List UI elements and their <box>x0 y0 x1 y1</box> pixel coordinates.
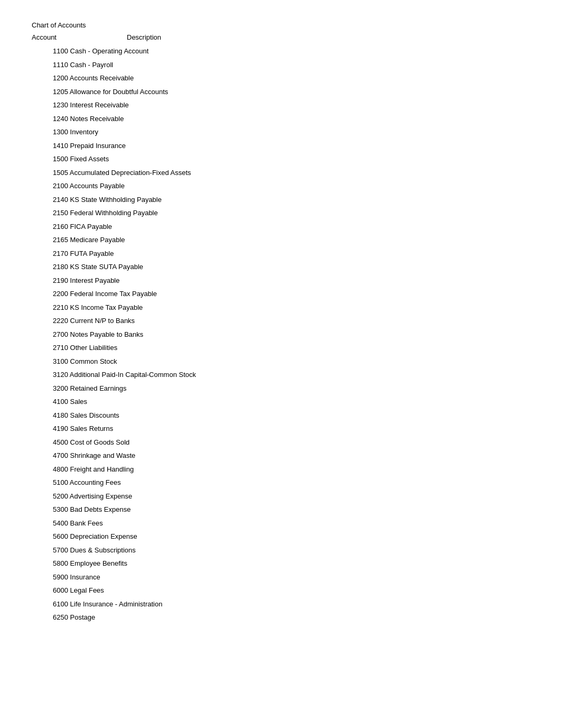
list-item: 6000 Legal Fees <box>32 584 529 597</box>
list-item: 5100 Accounting Fees <box>32 476 529 490</box>
list-item: 1240 Notes Receivable <box>32 112 529 126</box>
list-item: 2220 Current N/P to Banks <box>32 314 529 328</box>
list-item: 4500 Cost of Goods Sold <box>32 436 529 449</box>
list-item: 3120 Additional Paid-In Capital-Common S… <box>32 368 529 382</box>
list-item: 6250 Postage <box>32 611 529 624</box>
list-item: 1100 Cash - Operating Account <box>32 44 529 58</box>
list-item: 4190 Sales Returns <box>32 422 529 436</box>
list-item: 5200 Advertising Expense <box>32 490 529 503</box>
list-item: 2710 Other Liabilities <box>32 341 529 355</box>
list-item: 2190 Interest Payable <box>32 274 529 288</box>
list-item: 5700 Dues & Subscriptions <box>32 543 529 557</box>
list-item: 4100 Sales <box>32 395 529 409</box>
list-item: 5600 Depreciation Expense <box>32 530 529 543</box>
list-item: 1200 Accounts Receivable <box>32 71 529 85</box>
list-item: 2180 KS State SUTA Payable <box>32 260 529 274</box>
list-item: 2170 FUTA Payable <box>32 247 529 261</box>
list-item: 1230 Interest Receivable <box>32 98 529 112</box>
list-item: 4700 Shrinkage and Waste <box>32 449 529 463</box>
list-item: 1300 Inventory <box>32 125 529 139</box>
list-item: 6100 Life Insurance - Administration <box>32 597 529 611</box>
list-item: 2165 Medicare Payable <box>32 233 529 247</box>
list-item: 3100 Common Stock <box>32 355 529 368</box>
list-item: 4180 Sales Discounts <box>32 409 529 422</box>
list-item: 1110 Cash - Payroll <box>32 58 529 72</box>
list-item: 1410 Prepaid Insurance <box>32 139 529 153</box>
list-item: 3200 Retained Earnings <box>32 382 529 395</box>
header-description: Description <box>127 33 529 41</box>
list-item: 2200 Federal Income Tax Payable <box>32 287 529 301</box>
list-item: 2150 Federal Withholding Payable <box>32 206 529 220</box>
header-account: Account <box>32 33 127 41</box>
list-item: 5800 Employee Benefits <box>32 557 529 570</box>
list-item: 2160 FICA Payable <box>32 220 529 234</box>
account-list: 1100 Cash - Operating Account1110 Cash -… <box>32 44 529 624</box>
list-item: 5900 Insurance <box>32 570 529 584</box>
list-item: 5300 Bad Debts Expense <box>32 503 529 517</box>
list-item: 2100 Accounts Payable <box>32 179 529 193</box>
list-item: 2700 Notes Payable to Banks <box>32 328 529 342</box>
page-title: Chart of Accounts <box>32 21 529 29</box>
list-item: 4800 Freight and Handling <box>32 463 529 476</box>
list-item: 1205 Allowance for Doubtful Accounts <box>32 85 529 99</box>
list-item: 2140 KS State Withholding Payable <box>32 193 529 207</box>
list-item: 2210 KS Income Tax Payable <box>32 301 529 315</box>
list-item: 5400 Bank Fees <box>32 517 529 530</box>
list-item: 1505 Accumulated Depreciation-Fixed Asse… <box>32 166 529 180</box>
list-item: 1500 Fixed Assets <box>32 152 529 166</box>
